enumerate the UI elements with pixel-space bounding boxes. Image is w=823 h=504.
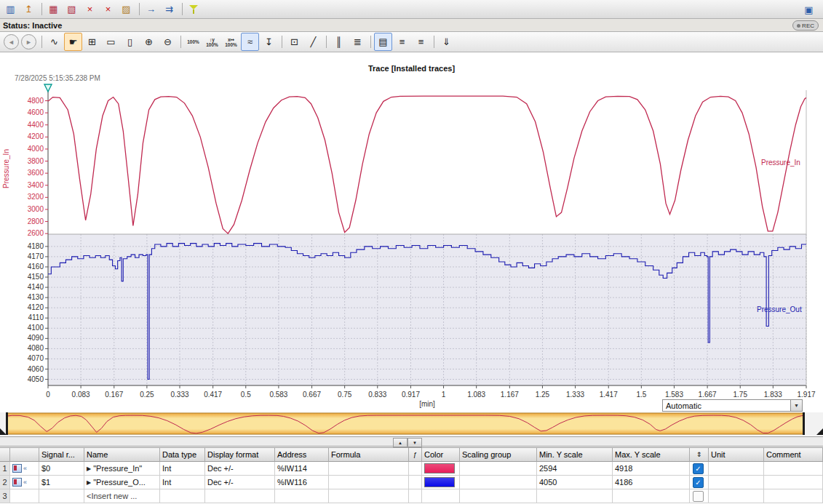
overview-band[interactable] (0, 412, 823, 436)
export-trace-icon[interactable]: ⇉ (161, 1, 178, 17)
column-header-data_type[interactable]: Data type (160, 448, 205, 462)
cell-comment[interactable] (764, 462, 823, 476)
table-row[interactable]: 1«$0▶"Pressure_In"IntDec +/-%IW114259449… (0, 462, 823, 476)
cell-max_y[interactable]: 4186 (613, 476, 690, 489)
color-swatch[interactable] (424, 477, 455, 487)
import-trace-icon[interactable]: → (143, 1, 159, 17)
cell-auto[interactable]: ✓ (690, 462, 709, 476)
auto-scale-checkbox[interactable]: ✓ (693, 463, 704, 474)
cell-auto[interactable] (690, 489, 709, 503)
cell-unit[interactable] (709, 462, 764, 476)
cell-color[interactable] (422, 476, 460, 489)
samples-button[interactable]: ⊡ (285, 33, 303, 51)
cell-fo[interactable] (409, 489, 422, 503)
cell-comment[interactable] (764, 476, 823, 489)
cell-min_y[interactable]: 2594 (537, 462, 613, 476)
cell-display_format[interactable]: Dec +/- (205, 476, 275, 489)
panel-toggle-icon[interactable]: ▣ (800, 1, 817, 18)
cell-display_format[interactable]: Dec +/- (205, 462, 275, 476)
cell-num[interactable]: 1 (0, 462, 10, 476)
column-header-auto[interactable]: ⇕ (690, 448, 709, 462)
cell-unit[interactable] (709, 489, 764, 503)
zoom-in-button[interactable]: ⊕ (140, 33, 158, 51)
cell-num[interactable]: 3 (0, 489, 10, 503)
cell-min_y[interactable]: 4050 (537, 476, 613, 489)
snapshot-button[interactable]: ⇓ (437, 33, 456, 51)
chevron-down-icon[interactable]: ▼ (790, 400, 802, 411)
cell-formula[interactable] (329, 476, 409, 489)
table-row[interactable]: 3<Insert new ... (0, 489, 823, 503)
table-row[interactable]: 2«$1▶"Pressure_O...IntDec +/-%IW11640504… (0, 476, 823, 489)
x-scale-100-button[interactable]: x↦100% (222, 33, 240, 51)
cell-comment[interactable] (764, 489, 823, 503)
installed-traces-icon[interactable]: ▦ (45, 1, 62, 17)
cell-min_y[interactable] (537, 489, 613, 503)
splitter-down-button[interactable]: ▼ (407, 438, 422, 447)
horizontal-scrollbar[interactable]: ▲ ▼ (0, 436, 823, 447)
cell-formula[interactable] (329, 462, 409, 476)
cell-color[interactable] (422, 489, 460, 503)
rec-indicator[interactable]: REC (792, 20, 819, 31)
auto-scale-checkbox[interactable] (693, 491, 704, 502)
interpolation-button[interactable]: ╱ (304, 33, 322, 51)
cell-fo[interactable] (409, 462, 422, 476)
measure-cursors-button[interactable]: ↧ (260, 33, 278, 51)
cell-fo[interactable] (409, 476, 422, 489)
cell-num[interactable]: 2 (0, 476, 10, 489)
cell-scaling_group[interactable] (460, 476, 537, 489)
column-header-unit[interactable]: Unit (709, 448, 764, 462)
column-header-name[interactable]: Name (84, 448, 160, 462)
cell-scaling_group[interactable] (460, 462, 537, 476)
auto-scale-checkbox[interactable]: ✓ (693, 477, 704, 488)
show-traces-icon[interactable]: ▥ (2, 1, 19, 17)
forward-button[interactable]: ► (21, 34, 36, 49)
cell-address[interactable]: %IW116 (275, 476, 329, 489)
zoom-horizontal-button[interactable]: ▭ (102, 33, 120, 51)
overview-band-button[interactable]: ≈ (241, 33, 259, 51)
cell-max_y[interactable] (613, 489, 690, 503)
column-header-comment[interactable]: Comment (764, 448, 823, 462)
column-header-max_y[interactable]: Max. Y scale (613, 448, 690, 462)
column-header-num[interactable] (0, 448, 10, 462)
color-swatch[interactable] (424, 463, 455, 473)
cell-display_format[interactable] (205, 489, 275, 503)
cell-formula[interactable] (329, 489, 409, 503)
column-header-address[interactable]: Address (275, 448, 329, 462)
cell-signal_ref[interactable]: $0 (39, 462, 84, 476)
column-header-scaling_group[interactable]: Scaling group (460, 448, 537, 462)
cell-color[interactable] (422, 462, 460, 476)
cell-data_type[interactable]: Int (160, 476, 205, 489)
cell-signal_ref[interactable]: $1 (39, 476, 84, 489)
zoom-out-button[interactable]: ⊖ (159, 33, 177, 51)
horizontal-gridlines-button[interactable]: ≣ (349, 33, 367, 51)
cell-name[interactable]: ▶"Pressure_O... (84, 476, 160, 489)
column-header-color[interactable]: Color (422, 448, 460, 462)
scale-mode-dropdown[interactable]: Automatic ▼ (662, 399, 803, 412)
y-scale-100-button[interactable]: ↕y100% (203, 33, 221, 51)
column-header-display_format[interactable]: Display format (205, 448, 275, 462)
trace-plot[interactable]: 4800460044004200400038003600340032003000… (0, 52, 823, 413)
align-right-button[interactable]: ≡ (412, 33, 430, 51)
column-header-formula[interactable]: Formula (329, 448, 409, 462)
cell-signal_ref[interactable] (39, 489, 84, 503)
expand-icon[interactable]: ▶ (87, 465, 91, 472)
zoom-vertical-button[interactable]: ▯ (121, 33, 139, 51)
expand-icon[interactable]: ▶ (87, 479, 91, 486)
cell-data_type[interactable]: Int (160, 462, 205, 476)
vertical-gridlines-button[interactable]: ║ (330, 33, 348, 51)
transfer-traces-icon[interactable]: ↥ (20, 1, 37, 17)
add-trace-icon[interactable]: ▧ (63, 1, 80, 17)
column-header-signal_ref[interactable]: Signal r... (39, 448, 84, 462)
column-header-icons[interactable] (10, 448, 39, 462)
splitter-up-button[interactable]: ▲ (393, 438, 407, 447)
cell-unit[interactable] (709, 476, 764, 489)
remove-measurement-icon[interactable]: × (100, 1, 116, 17)
curve-cursor-button[interactable]: ∿ (45, 33, 63, 51)
cell-max_y[interactable]: 4918 (613, 462, 690, 476)
zoom-selection-button[interactable]: ⊞ (83, 33, 101, 51)
back-button[interactable]: ◄ (4, 34, 19, 49)
cell-scaling_group[interactable] (460, 489, 537, 503)
cell-auto[interactable]: ✓ (690, 476, 709, 489)
trace-chart-area[interactable]: Trace [Installed traces] 7/28/2025 5:15:… (0, 52, 823, 413)
cell-name[interactable]: <Insert new ... (84, 489, 160, 503)
